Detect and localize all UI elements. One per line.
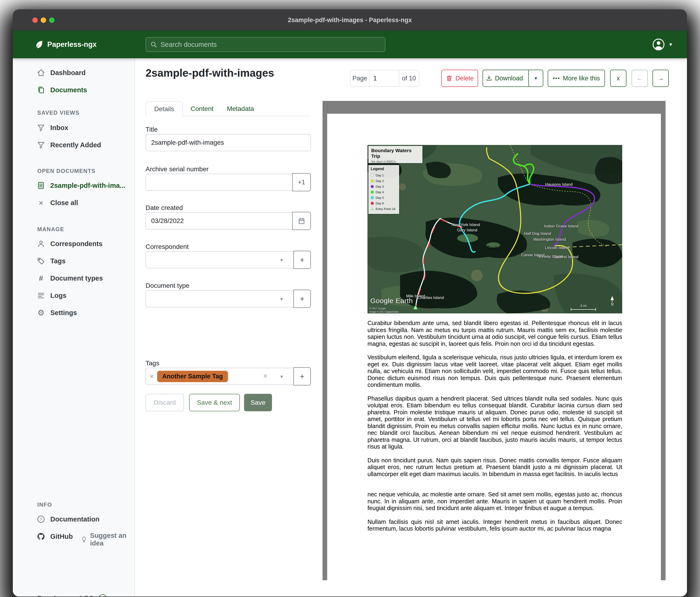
tag-icon xyxy=(37,257,45,265)
section-info: INFO xyxy=(37,501,52,508)
pdf-paragraph: nec neque vehicula, ac molestie ante orn… xyxy=(368,491,622,512)
download-dropdown-button[interactable]: ▼ xyxy=(528,70,543,87)
sidebar-item-settings[interactable]: ⚙ Settings xyxy=(13,304,135,321)
add-document-type-button[interactable]: + xyxy=(294,290,311,308)
chevron-down-icon: ▼ xyxy=(668,42,673,47)
document-type-select[interactable] xyxy=(146,290,294,307)
sidebar-item-documents[interactable]: Documents xyxy=(13,81,135,98)
more-like-this-button[interactable]: ••• More like this xyxy=(548,70,605,87)
date-created-input[interactable] xyxy=(146,212,293,230)
tab-metadata[interactable]: Metadata xyxy=(221,101,260,116)
search-bar[interactable] xyxy=(146,37,385,52)
download-button[interactable]: Download ▼ xyxy=(482,70,543,87)
previous-document-button[interactable]: ← xyxy=(631,70,648,87)
info-icon[interactable]: i xyxy=(99,594,107,597)
zoom-window-button[interactable] xyxy=(49,18,54,23)
sidebar-item-tags[interactable]: Tags xyxy=(13,253,135,269)
calendar-button[interactable] xyxy=(292,212,311,230)
legend-item: Day 2 xyxy=(371,178,397,184)
tab-content[interactable]: Content xyxy=(186,101,218,116)
sidebar-item-logs[interactable]: Logs xyxy=(13,287,135,304)
main-content: 2sample-pdf-with-images Page of 10 Delet… xyxy=(135,58,687,597)
close-document-button[interactable]: x xyxy=(610,70,626,87)
map-art xyxy=(368,145,622,313)
discard-button[interactable]: Discard xyxy=(146,394,184,411)
user-menu[interactable]: ▼ xyxy=(652,31,673,58)
map-title: Boundary Waters Trip xyxy=(371,148,420,159)
clear-tags-icon[interactable]: × xyxy=(263,372,268,380)
asn-increment-button[interactable]: +1 xyxy=(292,173,311,191)
correspondent-label: Correspondent xyxy=(146,243,189,250)
add-correspondent-button[interactable]: + xyxy=(294,251,311,269)
sidebar-item-correspondents[interactable]: Correspondents xyxy=(13,235,135,252)
legend-swatch xyxy=(371,207,374,210)
delete-button[interactable]: Delete xyxy=(441,70,478,87)
chevron-down-icon: ▼ xyxy=(279,296,284,302)
lightbulb-icon xyxy=(81,536,87,543)
paperless-logo-icon xyxy=(34,40,44,49)
version-row: Paperless-ngx 1.7.0 i xyxy=(37,594,107,597)
arrow-right-icon: → xyxy=(658,75,664,82)
legend-swatch xyxy=(371,191,374,194)
map-scale: 3 mi xyxy=(580,304,586,308)
map-place-label: Indian Grave Island xyxy=(544,224,578,229)
map-title-box: Boundary Waters Trip Six days in BWCA xyxy=(368,146,422,163)
title-input[interactable] xyxy=(146,134,311,151)
documents-icon xyxy=(37,86,45,94)
asn-input[interactable] xyxy=(146,174,293,191)
download-icon xyxy=(485,75,493,82)
map-place-label: Lincoln Island xyxy=(545,246,569,250)
chevron-down-icon: ▼ xyxy=(279,374,284,379)
page-navigator: Page of 10 xyxy=(350,70,419,87)
pdf-viewer[interactable]: Boundary Waters Trip Six days in BWCA Le… xyxy=(323,101,666,580)
map-legend: Legend Day 1 Day 2 Day 3 Day 4 Day 5 Day… xyxy=(368,165,399,214)
legend-item: Entry Point 24 xyxy=(371,206,397,212)
sidebar-item-recently-added[interactable]: Recently Added xyxy=(13,137,135,153)
save-button[interactable]: Save xyxy=(244,394,272,411)
compass-label: N xyxy=(611,303,614,307)
minimize-window-button[interactable] xyxy=(41,18,46,23)
window-title: 2sample-pdf-with-images - Paperless-ngx xyxy=(13,9,687,31)
legend-swatch xyxy=(371,180,374,183)
save-and-next-button[interactable]: Save & next xyxy=(189,394,240,411)
gear-icon: ⚙ xyxy=(37,309,45,317)
page-number-input[interactable] xyxy=(370,70,399,86)
section-manage: MANAGE xyxy=(37,226,64,233)
remove-tag-icon[interactable]: × xyxy=(150,373,154,380)
sidebar-item-document-types[interactable]: # Document types xyxy=(13,270,135,287)
map-place-label: Charlies Island xyxy=(418,295,444,300)
close-window-button[interactable] xyxy=(32,18,38,23)
tags-label: Tags xyxy=(146,360,159,367)
legend-item: Day 1 xyxy=(371,172,397,178)
add-tag-button[interactable]: + xyxy=(294,367,311,385)
sidebar-item-dashboard[interactable]: Dashboard xyxy=(13,64,135,81)
legend-swatch xyxy=(371,174,374,177)
brand[interactable]: Paperless-ngx xyxy=(34,31,97,58)
map-copyright: © 2017 Google xyxy=(369,307,386,310)
tags-select[interactable]: × Another Sample Tag xyxy=(146,368,294,385)
map-place-label: Hausons Island xyxy=(545,182,572,187)
sidebar-item-suggest-idea[interactable]: Suggest an idea xyxy=(81,532,134,547)
chevron-down-icon: ▼ xyxy=(279,258,284,263)
next-document-button[interactable]: → xyxy=(652,70,669,87)
correspondent-select[interactable] xyxy=(146,251,294,268)
svg-text:?: ? xyxy=(40,517,42,522)
close-icon: × xyxy=(37,198,45,207)
sidebar-item-close-all[interactable]: × Close all xyxy=(13,194,135,211)
sidebar-item-inbox[interactable]: Inbox xyxy=(13,119,135,136)
question-circle-icon: ? xyxy=(37,515,45,523)
sidebar-item-open-document[interactable]: 2sample-pdf-with-ima... xyxy=(13,177,135,194)
hash-icon: # xyxy=(37,274,45,282)
sidebar-item-documentation[interactable]: ? Documentation xyxy=(13,511,135,528)
map-place-label: Gary Island xyxy=(457,228,477,233)
map-copyright: Image © 2017 DigitalGlobe xyxy=(369,310,399,313)
section-saved-views: SAVED VIEWS xyxy=(37,110,79,116)
tag-chip[interactable]: Another Sample Tag xyxy=(157,371,228,382)
search-input[interactable] xyxy=(160,41,381,48)
map-attribution: Google Earth xyxy=(370,297,413,305)
avatar-icon xyxy=(652,38,665,51)
tab-details[interactable]: Details xyxy=(146,101,183,117)
pdf-paragraph: Vestibulum eleifend, ligula a scelerisqu… xyxy=(368,354,622,388)
brand-name: Paperless-ngx xyxy=(47,40,97,49)
legend-title: Legend xyxy=(371,167,397,171)
